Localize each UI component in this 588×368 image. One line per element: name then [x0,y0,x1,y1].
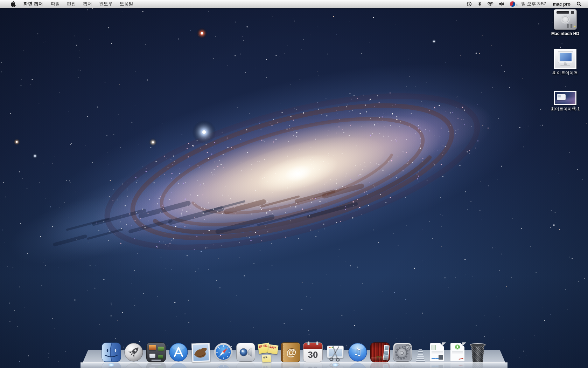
dock-front-edge [80,363,507,368]
safari-icon [214,342,233,362]
wallpaper-galaxy [0,0,588,368]
dock-item-system-preferences[interactable] [392,342,413,362]
wifi-icon[interactable] [486,0,494,8]
photo-booth-icon [370,342,390,362]
dock-item-facetime[interactable] [236,342,256,362]
menu-item-edit[interactable]: 편집 [63,0,79,8]
image-file-icon [554,91,576,105]
stickies-icon: 555-7361 Eggs Milk [258,342,278,362]
dock-item-mission-control[interactable] [146,342,166,362]
eagle-icon [193,344,209,361]
ical-icon: 30 [303,342,323,362]
camera-lens-icon [240,348,247,356]
menu-bar-left: 화면 캡처 파일 편집 캡처 윈도우 도움말 [0,0,137,8]
hard-drive-icon [554,9,577,30]
finder-icon [102,342,121,362]
dock-item-itunes[interactable]: ♫ ♫ [348,342,368,362]
mission-control-icon [146,342,166,362]
menu-item-help[interactable]: 도움말 [116,0,137,8]
dock-item-photo-booth[interactable] [370,342,390,362]
itunes-icon: ♫ [348,342,368,362]
desktop-icon-white-imac-1[interactable]: 화이트아이맥-1 [545,91,586,112]
dock-item-finder[interactable] [101,342,121,362]
photo-strip-icon [383,345,390,360]
dock-item-grab[interactable] [325,342,345,362]
dock-item-app-store[interactable] [168,342,189,362]
dock-item-launchpad[interactable] [124,342,144,362]
desktop-icon-label: 화이트아이맥 [545,70,586,76]
menu-bar-status: 2 일 오후 3:57 mac pro [465,0,588,8]
grab-icon [326,342,345,362]
document-icon [449,342,466,362]
app-store-icon [169,342,188,362]
korean-input-icon[interactable]: 2 [509,0,516,8]
menu-item-window[interactable]: 윈도우 [96,0,116,8]
dock-item-mail[interactable] [191,343,211,362]
desktop: 화면 캡처 파일 편집 캡처 윈도우 도움말 [0,0,588,368]
taegeuk-flag-icon [509,0,516,7]
apple-menu[interactable] [6,0,20,8]
launchpad-icon [124,342,144,362]
menu-bar: 화면 캡처 파일 편집 캡처 윈도우 도움말 [0,0,588,8]
dock-item-safari[interactable] [213,342,233,362]
input-source-badge: 2 [516,4,517,7]
mail-stamp-icon [191,343,210,362]
desktop-icon-label: 화이트아이맥-1 [545,106,586,112]
document-icon [428,342,446,362]
dock-items: 555-7361 Eggs Milk 555-7361 Eggs Milk @ … [101,342,487,362]
address-book-icon: @ [281,342,300,362]
desktop-icon-white-imac[interactable]: 화이트아이맥 [545,49,586,76]
dock-item-ical[interactable]: 30 30 [303,342,323,362]
sticky-note: Milk [262,355,271,362]
spotlight-icon[interactable] [576,0,582,8]
scissors-icon [324,341,346,363]
dock-item-trash[interactable] [469,343,487,362]
apple-logo-icon [10,1,16,7]
sticky-note: Eggs [268,344,278,354]
volume-icon[interactable] [498,0,505,8]
menu-item-capture[interactable]: 캡처 [79,0,96,8]
menu-item-app-grab[interactable]: 화면 캡처 [20,0,47,8]
music-note-icon: ♫ [348,342,368,361]
calendar-date: 30 [303,349,322,360]
dock-item-document-2[interactable] [448,342,467,362]
user-menu[interactable]: mac pro [551,1,572,7]
stool-icon [376,356,382,360]
bluetooth-icon[interactable] [477,0,483,8]
dock-item-document-1[interactable] [428,342,446,362]
dock: 555-7361 Eggs Milk 555-7361 Eggs Milk @ … [0,329,588,368]
dock-separator [415,343,426,362]
time-machine-icon[interactable] [465,0,473,8]
desktop-icon-macintosh-hd[interactable]: Macintosh HD [545,9,586,36]
facetime-icon [236,342,255,362]
menu-item-file[interactable]: 파일 [47,0,63,8]
trash-icon [469,343,486,362]
system-preferences-icon [393,342,412,362]
image-file-icon [554,49,576,69]
download-badge-icon [455,345,460,349]
dock-item-address-book[interactable]: @ @ [280,342,301,362]
desktop-icon-label: Macintosh HD [545,31,586,36]
menu-clock[interactable]: 일 오후 3:57 [520,1,548,7]
dock-item-stickies[interactable]: 555-7361 Eggs Milk 555-7361 Eggs Milk [258,342,278,362]
